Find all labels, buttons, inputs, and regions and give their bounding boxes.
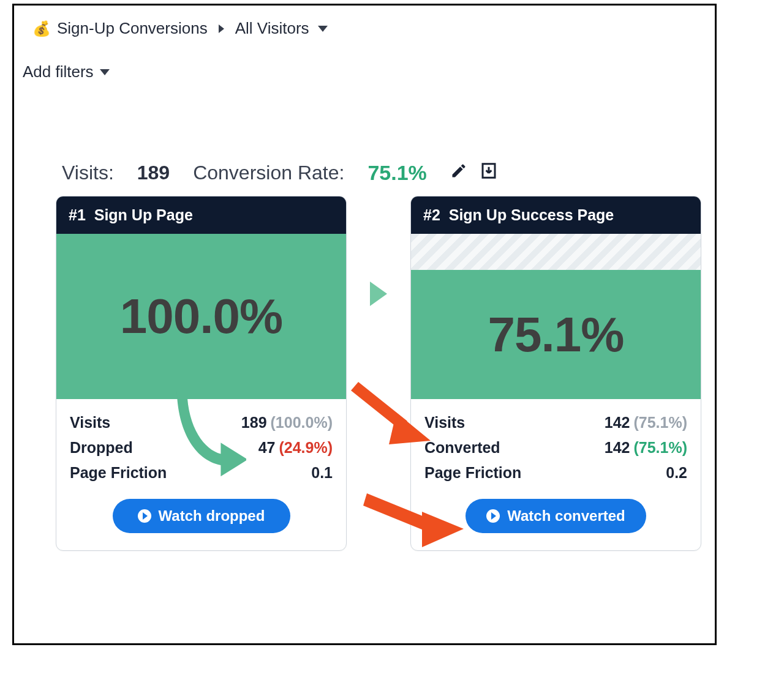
stat-label: Page Friction bbox=[70, 464, 167, 482]
stat-label: Visits bbox=[424, 414, 465, 432]
flow-arrow-icon bbox=[370, 282, 387, 306]
step-percent-value: 100.0% bbox=[120, 288, 282, 345]
stat-row: Dropped 47 (24.9%) bbox=[70, 435, 333, 460]
play-icon bbox=[138, 509, 151, 523]
visits-label: Visits: bbox=[62, 162, 114, 184]
watch-dropped-button[interactable]: Watch dropped bbox=[113, 499, 290, 533]
rate-label: Conversion Rate: bbox=[193, 162, 344, 184]
breadcrumb-segment-label: All Visitors bbox=[235, 19, 309, 38]
step-header: #1 Sign Up Page bbox=[56, 196, 346, 234]
step-percent-value: 75.1% bbox=[488, 307, 624, 363]
breadcrumb-funnel-label: Sign-Up Conversions bbox=[57, 19, 208, 38]
stat-value: 189 bbox=[241, 414, 267, 432]
stat-label: Visits bbox=[70, 414, 110, 432]
step-percent-fill: 75.1% bbox=[411, 270, 701, 399]
chevron-right-icon bbox=[219, 24, 224, 33]
stat-value: 0.1 bbox=[311, 464, 333, 482]
step-stats: Visits 189 (100.0%) Dropped 47 (24.9%) P… bbox=[56, 399, 346, 488]
watch-label: Watch dropped bbox=[159, 507, 265, 525]
stat-label: Converted bbox=[424, 439, 500, 457]
caret-down-icon bbox=[100, 69, 110, 75]
step-title: Sign Up Success Page bbox=[449, 206, 614, 223]
stat-label: Page Friction bbox=[424, 464, 521, 482]
stat-paren: (24.9%) bbox=[279, 439, 333, 457]
summary-bar: Visits: 189 Conversion Rate: 75.1% bbox=[62, 161, 706, 185]
caret-down-icon bbox=[318, 26, 328, 32]
step-index: #2 bbox=[423, 206, 440, 223]
stat-label: Dropped bbox=[70, 439, 133, 457]
moneybag-icon: 💰 bbox=[32, 20, 51, 37]
watch-converted-button[interactable]: Watch converted bbox=[466, 499, 646, 533]
stat-paren: (75.1%) bbox=[633, 414, 687, 432]
step-percent-band: 75.1% bbox=[411, 234, 701, 399]
stat-row: Visits 189 (100.0%) bbox=[70, 410, 333, 435]
breadcrumb-segment[interactable]: All Visitors bbox=[235, 19, 328, 38]
stat-paren: (75.1%) bbox=[633, 439, 687, 457]
step-percent-fill: 100.0% bbox=[56, 234, 346, 399]
stat-value: 142 bbox=[605, 439, 630, 457]
step-stats: Visits 142 (75.1%) Converted 142 (75.1%)… bbox=[411, 399, 701, 488]
breadcrumb: 💰 Sign-Up Conversions All Visitors bbox=[23, 19, 706, 38]
stat-paren: (100.0%) bbox=[271, 414, 333, 432]
step-percent-band: 100.0% bbox=[56, 234, 346, 399]
stat-row: Visits 142 (75.1%) bbox=[424, 410, 687, 435]
stat-value: 47 bbox=[258, 439, 276, 457]
stat-row: Page Friction 0.1 bbox=[70, 460, 333, 485]
add-filters-button[interactable]: Add filters bbox=[23, 62, 706, 81]
edit-icon[interactable] bbox=[450, 162, 467, 184]
step-title: Sign Up Page bbox=[94, 206, 193, 223]
step-index: #1 bbox=[69, 206, 86, 223]
breadcrumb-funnel[interactable]: 💰 Sign-Up Conversions bbox=[32, 19, 208, 38]
add-filters-label: Add filters bbox=[23, 62, 94, 81]
app-frame: 💰 Sign-Up Conversions All Visitors Add f… bbox=[12, 4, 717, 645]
stat-value: 0.2 bbox=[666, 464, 687, 482]
step-header: #2 Sign Up Success Page bbox=[411, 196, 701, 234]
step-percent-hatch bbox=[411, 234, 701, 270]
visits-value: 189 bbox=[137, 162, 170, 184]
play-icon bbox=[486, 509, 500, 523]
watch-label: Watch converted bbox=[507, 507, 625, 525]
stat-value: 142 bbox=[605, 414, 630, 432]
funnel-cards: #1 Sign Up Page 100.0% Visits 189 (100.0… bbox=[56, 196, 706, 551]
rate-value: 75.1% bbox=[368, 161, 426, 185]
stat-row: Page Friction 0.2 bbox=[424, 460, 687, 485]
stat-row: Converted 142 (75.1%) bbox=[424, 435, 687, 460]
funnel-step-1: #1 Sign Up Page 100.0% Visits 189 (100.0… bbox=[56, 196, 347, 551]
download-icon[interactable] bbox=[480, 162, 498, 185]
funnel-step-2: #2 Sign Up Success Page 75.1% Visits 142… bbox=[410, 196, 701, 551]
